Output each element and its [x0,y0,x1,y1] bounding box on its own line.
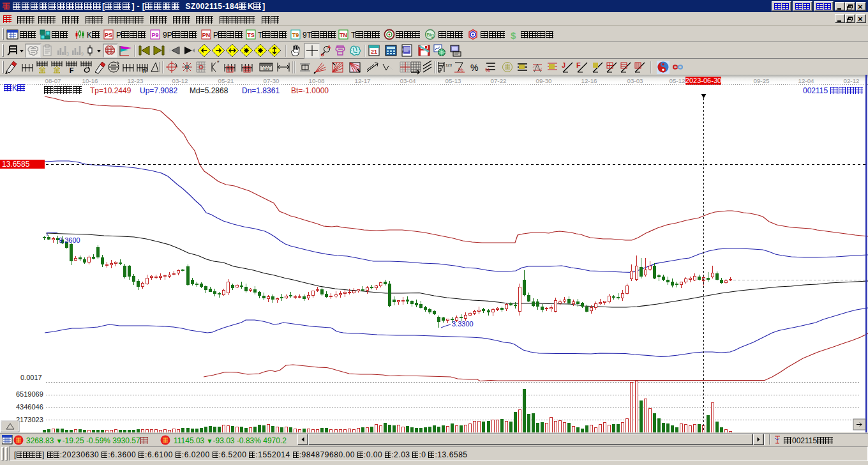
svg-text:6519069: 6519069 [16,390,43,398]
svg-text:J: J [562,61,565,69]
svg-text:F: F [576,61,581,69]
svg-text:13.6585: 13.6585 [2,160,30,169]
svg-text:21: 21 [371,49,377,55]
svg-text:3: 3 [66,52,69,56]
svg-text:08-07: 08-07 [45,77,61,84]
svg-text:9: 9 [81,52,84,56]
svg-text:03-12: 03-12 [172,77,188,84]
svg-text:9.3600: 9.3600 [59,236,80,244]
svg-text:T9: T9 [292,32,299,38]
svg-text:%: % [485,67,490,73]
svg-text:03-03: 03-03 [627,77,643,84]
svg-text:12-23: 12-23 [127,77,144,84]
svg-text:P9: P9 [151,32,158,38]
svg-text:Big: Big [426,32,434,38]
svg-text:05-21: 05-21 [218,77,234,84]
svg-text:″: ″ [217,60,220,67]
svg-text:PS: PS [105,32,112,38]
svg-text:10-16: 10-16 [82,77,98,84]
svg-text:07-30: 07-30 [263,77,280,84]
svg-text:%: % [470,63,478,73]
svg-text:A: A [327,44,331,50]
svg-text:05-13: 05-13 [445,77,461,84]
svg-text:2023-06-30: 2023-06-30 [685,77,721,84]
svg-text:05-12: 05-12 [669,77,685,84]
svg-text:02-12: 02-12 [843,77,859,84]
svg-text:2173023: 2173023 [16,416,43,423]
svg-text:$: $ [511,30,516,41]
svg-text:TS: TS [247,32,255,38]
svg-text:12-04: 12-04 [798,77,814,84]
svg-text:123: 123 [263,67,270,71]
svg-text:3.3300: 3.3300 [452,320,474,328]
svg-text:n²: n² [142,67,149,74]
svg-text:09-25: 09-25 [753,77,770,84]
svg-text:0.0017: 0.0017 [20,374,42,381]
svg-text:09-30: 09-30 [535,77,552,84]
svg-text:TN: TN [340,32,347,38]
svg-text:PN: PN [202,32,211,38]
svg-text:4346046: 4346046 [16,403,43,411]
svg-text:07-22: 07-22 [490,77,506,84]
svg-text:12-16: 12-16 [581,77,597,84]
svg-text:10-08: 10-08 [308,77,325,84]
svg-text:03-04: 03-04 [400,77,416,84]
svg-text:12-17: 12-17 [354,77,370,84]
svg-text:123: 123 [445,63,453,67]
svg-text:F: F [70,66,74,74]
